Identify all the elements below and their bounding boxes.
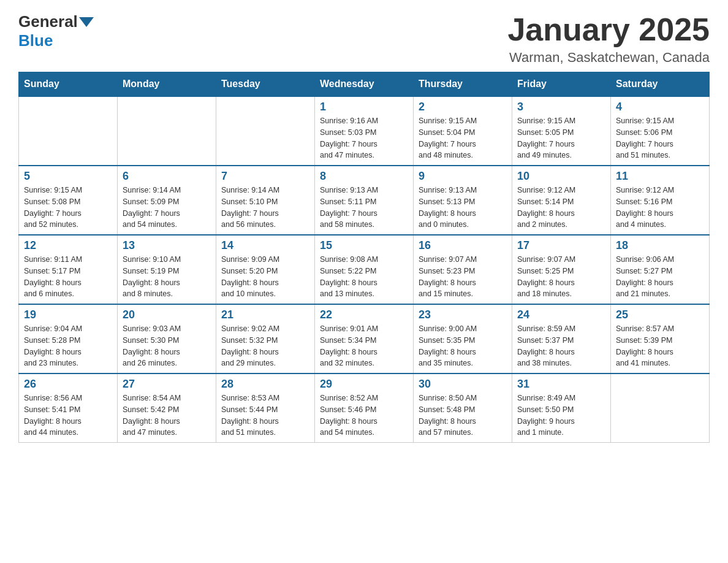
day-info: Sunrise: 9:13 AMSunset: 5:11 PMDaylight:… bbox=[320, 185, 408, 231]
day-info: Sunrise: 9:14 AMSunset: 5:09 PMDaylight:… bbox=[123, 185, 211, 231]
day-info: Sunrise: 9:07 AMSunset: 5:23 PMDaylight:… bbox=[419, 254, 507, 300]
location-text: Warman, Saskatchewan, Canada bbox=[507, 50, 710, 66]
day-number: 21 bbox=[221, 308, 309, 321]
day-number: 24 bbox=[517, 308, 605, 321]
day-info: Sunrise: 8:50 AMSunset: 5:48 PMDaylight:… bbox=[419, 393, 507, 439]
calendar-weekday-tuesday: Tuesday bbox=[216, 72, 315, 97]
calendar-cell: 5Sunrise: 9:15 AMSunset: 5:08 PMDaylight… bbox=[19, 166, 118, 235]
day-number: 1 bbox=[320, 101, 408, 113]
logo-arrow-icon bbox=[79, 17, 94, 27]
day-info: Sunrise: 9:09 AMSunset: 5:20 PMDaylight:… bbox=[221, 254, 309, 300]
day-info: Sunrise: 9:15 AMSunset: 5:05 PMDaylight:… bbox=[517, 115, 605, 161]
calendar-cell: 19Sunrise: 9:04 AMSunset: 5:28 PMDayligh… bbox=[19, 304, 118, 373]
calendar-cell: 4Sunrise: 9:15 AMSunset: 5:06 PMDaylight… bbox=[611, 96, 710, 166]
day-number: 25 bbox=[616, 308, 704, 321]
month-title: January 2025 bbox=[507, 12, 710, 47]
day-info: Sunrise: 9:10 AMSunset: 5:19 PMDaylight:… bbox=[123, 254, 211, 300]
calendar-header-row: SundayMondayTuesdayWednesdayThursdayFrid… bbox=[19, 72, 710, 97]
day-info: Sunrise: 9:06 AMSunset: 5:27 PMDaylight:… bbox=[616, 254, 704, 300]
calendar-cell bbox=[118, 96, 216, 166]
day-info: Sunrise: 9:14 AMSunset: 5:10 PMDaylight:… bbox=[221, 185, 309, 231]
day-number: 23 bbox=[419, 308, 507, 321]
calendar-cell: 26Sunrise: 8:56 AMSunset: 5:41 PMDayligh… bbox=[19, 373, 118, 443]
calendar-cell: 24Sunrise: 8:59 AMSunset: 5:37 PMDayligh… bbox=[512, 304, 611, 373]
calendar-cell: 6Sunrise: 9:14 AMSunset: 5:09 PMDaylight… bbox=[118, 166, 216, 235]
day-number: 27 bbox=[123, 378, 211, 391]
day-number: 10 bbox=[517, 170, 605, 183]
calendar-weekday-friday: Friday bbox=[512, 72, 611, 97]
title-section: January 2025 Warman, Saskatchewan, Canad… bbox=[507, 12, 710, 66]
day-info: Sunrise: 9:07 AMSunset: 5:25 PMDaylight:… bbox=[517, 254, 605, 300]
day-number: 19 bbox=[24, 308, 112, 321]
day-number: 7 bbox=[221, 170, 309, 183]
calendar-cell: 27Sunrise: 8:54 AMSunset: 5:42 PMDayligh… bbox=[118, 373, 216, 443]
calendar-week-row: 12Sunrise: 9:11 AMSunset: 5:17 PMDayligh… bbox=[19, 235, 710, 304]
calendar-cell: 8Sunrise: 9:13 AMSunset: 5:11 PMDaylight… bbox=[315, 166, 414, 235]
calendar-cell: 16Sunrise: 9:07 AMSunset: 5:23 PMDayligh… bbox=[414, 235, 512, 304]
calendar-cell: 3Sunrise: 9:15 AMSunset: 5:05 PMDaylight… bbox=[512, 96, 611, 166]
day-info: Sunrise: 9:02 AMSunset: 5:32 PMDaylight:… bbox=[221, 323, 309, 369]
logo: General Blue bbox=[18, 12, 95, 50]
logo-blue-text: Blue bbox=[18, 31, 53, 50]
day-info: Sunrise: 9:12 AMSunset: 5:16 PMDaylight:… bbox=[616, 185, 704, 231]
day-number: 20 bbox=[123, 308, 211, 321]
calendar-cell: 7Sunrise: 9:14 AMSunset: 5:10 PMDaylight… bbox=[216, 166, 315, 235]
day-info: Sunrise: 9:15 AMSunset: 5:06 PMDaylight:… bbox=[616, 115, 704, 161]
day-info: Sunrise: 9:04 AMSunset: 5:28 PMDaylight:… bbox=[24, 323, 112, 369]
day-info: Sunrise: 8:59 AMSunset: 5:37 PMDaylight:… bbox=[517, 323, 605, 369]
day-info: Sunrise: 9:08 AMSunset: 5:22 PMDaylight:… bbox=[320, 254, 408, 300]
day-number: 12 bbox=[24, 239, 112, 252]
day-info: Sunrise: 9:13 AMSunset: 5:13 PMDaylight:… bbox=[419, 185, 507, 231]
day-info: Sunrise: 9:11 AMSunset: 5:17 PMDaylight:… bbox=[24, 254, 112, 300]
day-number: 28 bbox=[221, 378, 309, 391]
calendar-cell: 25Sunrise: 8:57 AMSunset: 5:39 PMDayligh… bbox=[611, 304, 710, 373]
calendar-week-row: 26Sunrise: 8:56 AMSunset: 5:41 PMDayligh… bbox=[19, 373, 710, 443]
calendar-cell bbox=[611, 373, 710, 443]
calendar-cell: 28Sunrise: 8:53 AMSunset: 5:44 PMDayligh… bbox=[216, 373, 315, 443]
calendar-cell bbox=[19, 96, 118, 166]
day-info: Sunrise: 8:57 AMSunset: 5:39 PMDaylight:… bbox=[616, 323, 704, 369]
day-info: Sunrise: 8:56 AMSunset: 5:41 PMDaylight:… bbox=[24, 393, 112, 439]
calendar-cell: 2Sunrise: 9:15 AMSunset: 5:04 PMDaylight… bbox=[414, 96, 512, 166]
day-number: 13 bbox=[123, 239, 211, 252]
calendar-cell: 29Sunrise: 8:52 AMSunset: 5:46 PMDayligh… bbox=[315, 373, 414, 443]
calendar-cell: 9Sunrise: 9:13 AMSunset: 5:13 PMDaylight… bbox=[414, 166, 512, 235]
day-info: Sunrise: 9:16 AMSunset: 5:03 PMDaylight:… bbox=[320, 115, 408, 161]
calendar-week-row: 1Sunrise: 9:16 AMSunset: 5:03 PMDaylight… bbox=[19, 96, 710, 166]
calendar-cell: 15Sunrise: 9:08 AMSunset: 5:22 PMDayligh… bbox=[315, 235, 414, 304]
calendar-cell: 22Sunrise: 9:01 AMSunset: 5:34 PMDayligh… bbox=[315, 304, 414, 373]
calendar-table: SundayMondayTuesdayWednesdayThursdayFrid… bbox=[18, 72, 710, 443]
day-number: 17 bbox=[517, 239, 605, 252]
day-info: Sunrise: 8:49 AMSunset: 5:50 PMDaylight:… bbox=[517, 393, 605, 439]
day-number: 16 bbox=[419, 239, 507, 252]
day-number: 5 bbox=[24, 170, 112, 183]
day-number: 29 bbox=[320, 378, 408, 391]
calendar-cell: 21Sunrise: 9:02 AMSunset: 5:32 PMDayligh… bbox=[216, 304, 315, 373]
day-number: 31 bbox=[517, 378, 605, 391]
calendar-cell: 31Sunrise: 8:49 AMSunset: 5:50 PMDayligh… bbox=[512, 373, 611, 443]
day-number: 9 bbox=[419, 170, 507, 183]
calendar-weekday-sunday: Sunday bbox=[19, 72, 118, 97]
day-number: 2 bbox=[419, 101, 507, 113]
calendar-weekday-saturday: Saturday bbox=[611, 72, 710, 97]
calendar-cell: 18Sunrise: 9:06 AMSunset: 5:27 PMDayligh… bbox=[611, 235, 710, 304]
day-info: Sunrise: 8:53 AMSunset: 5:44 PMDaylight:… bbox=[221, 393, 309, 439]
calendar-cell: 17Sunrise: 9:07 AMSunset: 5:25 PMDayligh… bbox=[512, 235, 611, 304]
day-info: Sunrise: 9:15 AMSunset: 5:08 PMDaylight:… bbox=[24, 185, 112, 231]
day-number: 18 bbox=[616, 239, 704, 252]
day-number: 26 bbox=[24, 378, 112, 391]
calendar-cell: 20Sunrise: 9:03 AMSunset: 5:30 PMDayligh… bbox=[118, 304, 216, 373]
logo-general-text: General bbox=[18, 12, 78, 31]
day-info: Sunrise: 9:00 AMSunset: 5:35 PMDaylight:… bbox=[419, 323, 507, 369]
day-number: 8 bbox=[320, 170, 408, 183]
day-info: Sunrise: 9:03 AMSunset: 5:30 PMDaylight:… bbox=[123, 323, 211, 369]
calendar-cell: 12Sunrise: 9:11 AMSunset: 5:17 PMDayligh… bbox=[19, 235, 118, 304]
calendar-cell: 30Sunrise: 8:50 AMSunset: 5:48 PMDayligh… bbox=[414, 373, 512, 443]
day-info: Sunrise: 8:54 AMSunset: 5:42 PMDaylight:… bbox=[123, 393, 211, 439]
calendar-cell: 23Sunrise: 9:00 AMSunset: 5:35 PMDayligh… bbox=[414, 304, 512, 373]
calendar-weekday-wednesday: Wednesday bbox=[315, 72, 414, 97]
day-info: Sunrise: 9:01 AMSunset: 5:34 PMDaylight:… bbox=[320, 323, 408, 369]
day-number: 22 bbox=[320, 308, 408, 321]
day-number: 6 bbox=[123, 170, 211, 183]
calendar-cell: 11Sunrise: 9:12 AMSunset: 5:16 PMDayligh… bbox=[611, 166, 710, 235]
